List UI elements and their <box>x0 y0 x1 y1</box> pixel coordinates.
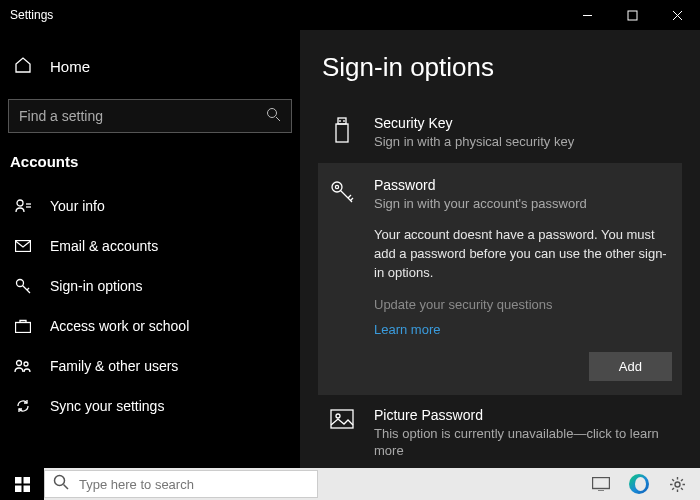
main-panel: Sign-in options Security Key Sign in wit… <box>300 30 700 468</box>
svg-point-26 <box>336 414 340 418</box>
people-icon <box>14 359 32 373</box>
svg-line-11 <box>23 286 31 294</box>
option-desc: This option is currently unavailable—cli… <box>374 425 672 460</box>
add-button[interactable]: Add <box>589 352 672 381</box>
sidebar-item-label: Email & accounts <box>50 238 158 254</box>
svg-point-6 <box>17 200 23 206</box>
svg-line-23 <box>348 195 351 198</box>
svg-rect-28 <box>23 477 30 484</box>
search-icon <box>53 474 69 494</box>
svg-rect-1 <box>628 11 637 20</box>
sidebar-item-your-info[interactable]: Your info <box>0 186 300 226</box>
sidebar-item-label: Family & other users <box>50 358 178 374</box>
task-view-icon[interactable] <box>586 468 616 500</box>
password-message: Your account doesnt have a password. You… <box>374 226 672 283</box>
window-title: Settings <box>0 8 565 22</box>
svg-point-21 <box>335 185 338 188</box>
search-icon <box>266 107 281 126</box>
svg-rect-33 <box>593 478 610 489</box>
sidebar-item-label: Your info <box>50 198 105 214</box>
sidebar: Home Accounts Your info <box>0 30 300 468</box>
svg-rect-17 <box>336 124 348 142</box>
sidebar-item-sign-in-options[interactable]: Sign-in options <box>0 266 300 306</box>
svg-line-5 <box>276 117 280 121</box>
svg-rect-29 <box>15 485 22 492</box>
option-title: Picture Password <box>374 407 672 423</box>
minimize-button[interactable] <box>565 0 610 30</box>
sidebar-item-email-accounts[interactable]: Email & accounts <box>0 226 300 266</box>
home-label: Home <box>50 58 90 75</box>
usb-key-icon <box>328 115 356 151</box>
person-icon <box>14 198 32 214</box>
sidebar-item-label: Sign-in options <box>50 278 143 294</box>
option-desc: Sign in with a physical security key <box>374 133 672 151</box>
option-title: Password <box>374 177 672 193</box>
start-button[interactable] <box>0 468 44 500</box>
svg-rect-27 <box>15 477 22 484</box>
svg-line-12 <box>27 288 29 290</box>
sidebar-item-family-users[interactable]: Family & other users <box>0 346 300 386</box>
svg-rect-16 <box>338 118 346 124</box>
taskbar <box>0 468 700 500</box>
sync-icon <box>14 398 32 414</box>
svg-point-10 <box>17 280 24 287</box>
key-icon <box>14 278 32 294</box>
svg-line-24 <box>351 198 354 201</box>
svg-point-31 <box>55 476 65 486</box>
mail-icon <box>14 240 32 252</box>
section-heading: Accounts <box>0 147 300 186</box>
option-password[interactable]: Password Sign in with your account's pas… <box>318 163 682 395</box>
find-setting-search[interactable] <box>8 99 292 133</box>
taskbar-search[interactable] <box>44 470 318 498</box>
sidebar-item-sync-settings[interactable]: Sync your settings <box>0 386 300 426</box>
taskbar-search-input[interactable] <box>79 477 309 492</box>
edge-icon[interactable] <box>624 468 654 500</box>
key-icon <box>328 177 356 381</box>
close-button[interactable] <box>655 0 700 30</box>
search-input[interactable] <box>19 108 266 124</box>
sidebar-item-access-work-school[interactable]: Access work or school <box>0 306 300 346</box>
option-title: Security Key <box>374 115 672 131</box>
svg-point-4 <box>268 108 277 117</box>
svg-point-35 <box>675 482 680 487</box>
svg-point-15 <box>24 362 28 366</box>
briefcase-icon <box>14 319 32 333</box>
learn-more-link[interactable]: Learn more <box>374 322 440 337</box>
svg-line-32 <box>64 485 69 490</box>
update-security-questions-link[interactable]: Update your security questions <box>374 297 672 312</box>
svg-rect-25 <box>331 410 353 428</box>
titlebar: Settings <box>0 0 700 30</box>
svg-rect-13 <box>16 323 31 333</box>
home-icon <box>14 56 32 77</box>
maximize-button[interactable] <box>610 0 655 30</box>
option-desc: Sign in with your account's password <box>374 195 672 213</box>
gear-icon[interactable] <box>662 468 692 500</box>
picture-icon <box>328 407 356 460</box>
sidebar-item-label: Sync your settings <box>50 398 164 414</box>
option-picture-password[interactable]: Picture Password This option is currentl… <box>322 397 678 468</box>
sidebar-item-label: Access work or school <box>50 318 189 334</box>
svg-point-14 <box>17 361 22 366</box>
option-security-key[interactable]: Security Key Sign in with a physical sec… <box>322 105 678 161</box>
home-nav[interactable]: Home <box>0 48 300 85</box>
system-tray <box>578 468 700 500</box>
svg-rect-30 <box>23 485 30 492</box>
page-title: Sign-in options <box>322 52 678 83</box>
